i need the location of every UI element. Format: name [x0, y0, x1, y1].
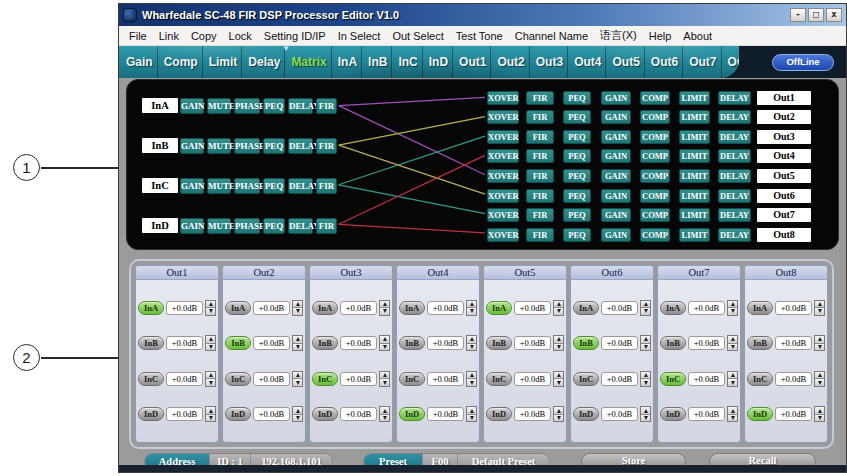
- output-out8-fir-button[interactable]: FIR: [526, 228, 554, 242]
- output-out7-peq-button[interactable]: PEQ: [563, 208, 591, 222]
- output-out4-fir-button[interactable]: FIR: [526, 149, 554, 163]
- output-out1-fir-button[interactable]: FIR: [526, 91, 554, 105]
- output-out2-xover-button[interactable]: XOVER: [487, 110, 519, 124]
- output-out2-limit-button[interactable]: LIMIT: [679, 110, 710, 124]
- menu-item-file[interactable]: File: [123, 30, 153, 42]
- gain-value-out3-ina[interactable]: +0.0dB: [340, 301, 377, 315]
- route-toggle-out1-ina[interactable]: InA: [138, 301, 164, 315]
- output-out6-gain-button[interactable]: GAIN: [601, 189, 631, 203]
- output-out1-delay-button[interactable]: DELAY: [718, 91, 751, 105]
- menu-item-help[interactable]: Help: [643, 30, 678, 42]
- spinner-down-icon[interactable]: [641, 378, 650, 386]
- output-out4-delay-button[interactable]: DELAY: [718, 149, 751, 163]
- spinner-down-icon[interactable]: [293, 414, 302, 422]
- spinner-down-icon[interactable]: [728, 343, 737, 351]
- gain-value-out8-ina[interactable]: +0.0dB: [775, 301, 812, 315]
- spinner-down-icon[interactable]: [554, 378, 563, 386]
- output-out8-peq-button[interactable]: PEQ: [563, 228, 591, 242]
- output-out8-xover-button[interactable]: XOVER: [487, 228, 519, 242]
- spinner-down-icon[interactable]: [380, 378, 389, 386]
- menu-item-test-tone[interactable]: Test Tone: [450, 30, 509, 42]
- gain-value-out6-ind[interactable]: +0.0dB: [601, 407, 638, 421]
- output-out5-gain-button[interactable]: GAIN: [601, 169, 631, 183]
- output-out3-gain-button[interactable]: GAIN: [601, 130, 631, 144]
- output-out8-limit-button[interactable]: LIMIT: [679, 228, 710, 242]
- route-toggle-out4-ina[interactable]: InA: [399, 301, 425, 315]
- gain-value-out2-ina[interactable]: +0.0dB: [253, 301, 290, 315]
- tab-out5[interactable]: Out5: [608, 46, 644, 78]
- gain-value-out2-inb[interactable]: +0.0dB: [253, 336, 290, 350]
- output-out8-comp-button[interactable]: COMP: [640, 228, 670, 242]
- close-button[interactable]: x: [826, 8, 842, 22]
- menu-item-in-select[interactable]: In Select: [332, 30, 387, 42]
- output-out3-peq-button[interactable]: PEQ: [563, 130, 591, 144]
- route-toggle-out2-inc[interactable]: InC: [225, 372, 251, 386]
- tab-matrix[interactable]: Matrix: [287, 46, 331, 78]
- tab-ind[interactable]: InD: [425, 46, 453, 78]
- route-toggle-out7-ind[interactable]: InD: [660, 407, 686, 421]
- spinner-down-icon[interactable]: [293, 343, 302, 351]
- route-toggle-out1-ind[interactable]: InD: [138, 407, 164, 421]
- output-out3-xover-button[interactable]: XOVER: [487, 130, 519, 144]
- spinner-down-icon[interactable]: [728, 307, 737, 315]
- spinner-down-icon[interactable]: [815, 414, 824, 422]
- route-toggle-out2-inb[interactable]: InB: [225, 336, 251, 350]
- spinner-down-icon[interactable]: [641, 343, 650, 351]
- output-out5-xover-button[interactable]: XOVER: [487, 169, 519, 183]
- gain-value-out2-ind[interactable]: +0.0dB: [253, 407, 290, 421]
- tab-inb[interactable]: InB: [364, 46, 392, 78]
- route-toggle-out7-inb[interactable]: InB: [660, 336, 686, 350]
- gain-value-out6-inb[interactable]: +0.0dB: [601, 336, 638, 350]
- spinner-down-icon[interactable]: [728, 414, 737, 422]
- route-toggle-out4-inc[interactable]: InC: [399, 372, 425, 386]
- gain-value-out7-ind[interactable]: +0.0dB: [688, 407, 725, 421]
- route-toggle-out5-inb[interactable]: InB: [486, 336, 512, 350]
- output-out7-fir-button[interactable]: FIR: [526, 208, 554, 222]
- route-toggle-out7-inc[interactable]: InC: [660, 372, 686, 386]
- output-out6-comp-button[interactable]: COMP: [640, 189, 670, 203]
- gain-value-out8-inb[interactable]: +0.0dB: [775, 336, 812, 350]
- spinner-down-icon[interactable]: [467, 343, 476, 351]
- gain-value-out7-ina[interactable]: +0.0dB: [688, 301, 725, 315]
- output-out6-xover-button[interactable]: XOVER: [487, 189, 519, 203]
- spinner-down-icon[interactable]: [728, 378, 737, 386]
- tab-inc[interactable]: InC: [394, 46, 422, 78]
- output-out4-xover-button[interactable]: XOVER: [487, 149, 519, 163]
- route-toggle-out3-inc[interactable]: InC: [312, 372, 338, 386]
- route-toggle-out8-inb[interactable]: InB: [747, 336, 773, 350]
- output-out2-comp-button[interactable]: COMP: [640, 110, 670, 124]
- spinner-down-icon[interactable]: [467, 307, 476, 315]
- spinner-down-icon[interactable]: [554, 307, 563, 315]
- tab-out2[interactable]: Out2: [493, 46, 529, 78]
- route-toggle-out6-inb[interactable]: InB: [573, 336, 599, 350]
- route-toggle-out5-ind[interactable]: InD: [486, 407, 512, 421]
- tab-delay[interactable]: Delay: [244, 46, 285, 78]
- tab-comp[interactable]: Comp: [160, 46, 203, 78]
- spinner-down-icon[interactable]: [293, 307, 302, 315]
- output-out2-fir-button[interactable]: FIR: [526, 110, 554, 124]
- gain-value-out4-inb[interactable]: +0.0dB: [427, 336, 464, 350]
- gain-value-out4-ind[interactable]: +0.0dB: [427, 407, 464, 421]
- menu-item-lock[interactable]: Lock: [223, 30, 258, 42]
- route-toggle-out5-ina[interactable]: InA: [486, 301, 512, 315]
- output-out2-delay-button[interactable]: DELAY: [718, 110, 751, 124]
- gain-value-out3-ind[interactable]: +0.0dB: [340, 407, 377, 421]
- route-toggle-out2-ina[interactable]: InA: [225, 301, 251, 315]
- gain-value-out1-inb[interactable]: +0.0dB: [166, 336, 203, 350]
- output-out3-limit-button[interactable]: LIMIT: [679, 130, 710, 144]
- spinner-down-icon[interactable]: [206, 343, 215, 351]
- gain-value-out8-inc[interactable]: +0.0dB: [775, 372, 812, 386]
- gain-value-out3-inc[interactable]: +0.0dB: [340, 372, 377, 386]
- tab-limit[interactable]: Limit: [205, 46, 243, 78]
- spinner-down-icon[interactable]: [380, 343, 389, 351]
- gain-value-out5-inb[interactable]: +0.0dB: [514, 336, 551, 350]
- output-out4-comp-button[interactable]: COMP: [640, 149, 670, 163]
- gain-value-out7-inc[interactable]: +0.0dB: [688, 372, 725, 386]
- spinner-down-icon[interactable]: [815, 307, 824, 315]
- output-out7-gain-button[interactable]: GAIN: [601, 208, 631, 222]
- gain-value-out7-inb[interactable]: +0.0dB: [688, 336, 725, 350]
- output-out3-comp-button[interactable]: COMP: [640, 130, 670, 144]
- output-out1-gain-button[interactable]: GAIN: [601, 91, 631, 105]
- output-out6-delay-button[interactable]: DELAY: [718, 189, 751, 203]
- output-out2-gain-button[interactable]: GAIN: [601, 110, 631, 124]
